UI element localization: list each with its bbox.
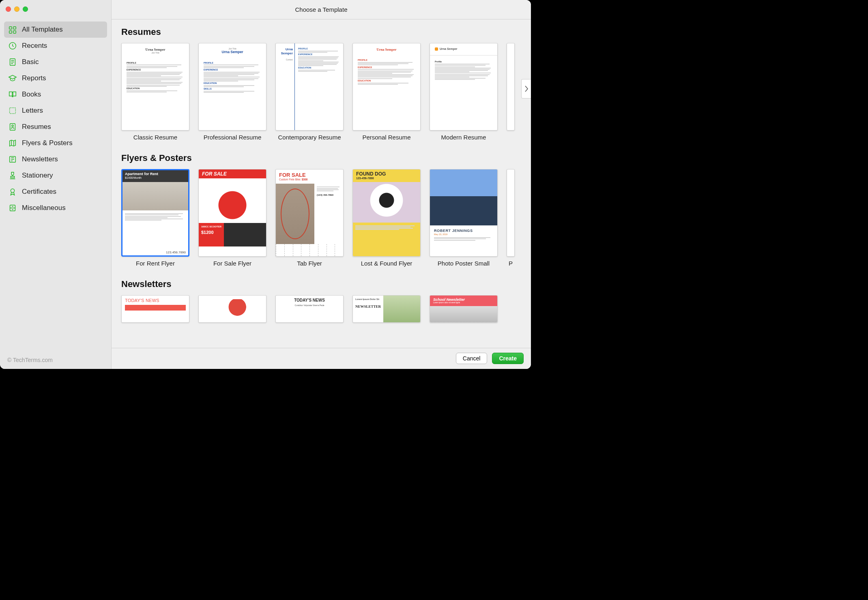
flyer-phone: 123.456.7890 xyxy=(122,249,189,256)
graduation-cap-icon xyxy=(8,74,17,83)
resume-name: Urna Semper xyxy=(440,47,458,51)
template-thumb xyxy=(198,295,266,323)
newsletter-headline: TODAY'S NEWS xyxy=(279,298,340,303)
template-card-professional-resume[interactable]: Job Title Urna Semper PROFILE EXPERIENCE… xyxy=(198,43,266,141)
clock-icon xyxy=(8,41,17,50)
section-newsletters: Newsletters TODAY'S NEWS xyxy=(112,274,531,332)
template-card-newsletter-1[interactable]: TODAY'S NEWS xyxy=(121,295,189,326)
minimize-window-button[interactable] xyxy=(14,6,19,12)
template-row-newsletters: TODAY'S NEWS TODAY'S NEWS xyxy=(112,295,531,326)
ribbon-icon xyxy=(8,187,17,196)
template-row-resumes: Urna Semper Job Title PROFILE EXPERIENCE xyxy=(112,43,531,141)
svg-rect-2 xyxy=(9,31,12,33)
newsletter-headline: NEWSLETTER xyxy=(355,304,381,309)
sidebar-item-certificates[interactable]: Certificates xyxy=(4,184,107,200)
person-card-icon xyxy=(8,122,17,131)
cancel-button[interactable]: Cancel xyxy=(456,353,488,364)
template-card-lost-found-flyer[interactable]: FOUND DOG 123-456-7890 Lost & Found Flye… xyxy=(352,169,421,268)
template-caption: Tab Flyer xyxy=(275,260,344,268)
template-card-contemporary-resume[interactable]: Urna Semper Contact PROFILE EXPERIENCE E… xyxy=(275,43,344,141)
newsletter-subhead: Curabitur Vulputate Viverra Pede xyxy=(279,304,340,306)
sidebar-item-books[interactable]: Books xyxy=(4,86,107,103)
template-card-for-rent-flyer[interactable]: Apartment for Rent $1400/Month 123.456.7… xyxy=(121,169,189,268)
sidebar-item-stationery[interactable]: Stationery xyxy=(4,167,107,184)
template-caption: Classic Resume xyxy=(121,134,189,141)
flyer-headline: FOR SALE xyxy=(279,172,340,178)
sidebar-category-list: All Templates Recents Basic Reports Book… xyxy=(0,21,111,216)
sidebar-item-label: Flyers & Posters xyxy=(22,139,73,147)
sidebar-item-basic[interactable]: Basic xyxy=(4,54,107,70)
template-caption: For Sale Flyer xyxy=(198,260,266,268)
svg-point-8 xyxy=(12,125,13,126)
template-thumb: FOR SALE Custom Fixie Bike: $300 (123) 4… xyxy=(275,169,344,257)
template-card-overflow[interactable] xyxy=(507,43,515,141)
close-window-button[interactable] xyxy=(6,6,11,12)
template-card-for-sale-flyer[interactable]: FOR SALE 100CC SCOOTER $1200 For Sale Fl… xyxy=(198,169,266,268)
section-flyers-posters: Flyers & Posters Apartment for Rent $140… xyxy=(112,148,531,274)
sidebar-item-miscellaneous[interactable]: Miscellaneous xyxy=(4,200,107,216)
stamp-icon xyxy=(8,106,17,115)
template-thumb: ROBERT JENNINGS May 23, 2019 xyxy=(430,169,498,257)
template-caption: Lost & Found Flyer xyxy=(352,260,421,268)
template-caption: Modern Resume xyxy=(430,134,498,141)
zoom-window-button[interactable] xyxy=(23,6,28,12)
template-card-modern-resume[interactable]: Urna Semper Profile Modern Resu xyxy=(430,43,498,141)
template-card-newsletter-3[interactable]: TODAY'S NEWS Curabitur Vulputate Viverra… xyxy=(275,295,344,326)
template-row-flyers: Apartment for Rent $1400/Month 123.456.7… xyxy=(112,169,531,268)
flyer-subhead: May 23, 2019 xyxy=(434,233,493,236)
template-chooser-window: All Templates Recents Basic Reports Book… xyxy=(0,0,531,369)
sidebar-item-label: Recents xyxy=(22,42,47,50)
scroll-right-button[interactable] xyxy=(521,79,531,99)
create-button[interactable]: Create xyxy=(492,353,524,364)
flyer-headline: FOR SALE xyxy=(199,169,266,178)
template-card-tab-flyer[interactable]: FOR SALE Custom Fixie Bike: $300 (123) 4… xyxy=(275,169,344,268)
section-resumes: Resumes Urna Semper Job Title PROFILE EX xyxy=(112,22,531,148)
template-card-newsletter-2[interactable] xyxy=(198,295,266,326)
watermark-text: © TechTerms.com xyxy=(7,357,53,363)
newspaper-icon xyxy=(8,155,17,164)
template-scroll-area[interactable]: Resumes Urna Semper Job Title PROFILE EX xyxy=(112,19,531,369)
template-card-newsletter-5[interactable]: School Newsletter Lorem ipsum dolor sit … xyxy=(430,295,498,326)
sidebar-item-letters[interactable]: Letters xyxy=(4,103,107,119)
sidebar-item-flyers-posters[interactable]: Flyers & Posters xyxy=(4,135,107,151)
template-caption: Personal Resume xyxy=(352,134,421,141)
svg-rect-6 xyxy=(10,108,16,114)
template-card-newsletter-4[interactable]: Lorem Ipsum Dolor Sit NEWSLETTER xyxy=(352,295,421,326)
sidebar-item-label: Resumes xyxy=(22,123,51,131)
sidebar-item-newsletters[interactable]: Newsletters xyxy=(4,151,107,167)
resume-name: Urna Semper xyxy=(358,47,415,51)
template-card-personal-resume[interactable]: Urna Semper PROFILE EXPERIENCE EDUCATION… xyxy=(352,43,421,141)
template-thumb: Urna Semper Contact PROFILE EXPERIENCE E… xyxy=(275,43,344,131)
sidebar-item-label: Miscellaneous xyxy=(22,204,66,212)
sidebar-item-reports[interactable]: Reports xyxy=(4,70,107,86)
template-thumb: Job Title Urna Semper PROFILE EXPERIENCE… xyxy=(198,43,266,131)
template-card-photo-poster-small[interactable]: ROBERT JENNINGS May 23, 2019 Photo Poste… xyxy=(430,169,498,268)
sidebar-item-resumes[interactable]: Resumes xyxy=(4,119,107,135)
template-thumb: FOUND DOG 123-456-7890 xyxy=(352,169,421,257)
chevron-right-icon xyxy=(524,85,529,92)
sidebar-item-label: Stationery xyxy=(22,171,53,180)
template-thumb: Apartment for Rent $1400/Month 123.456.7… xyxy=(121,169,189,257)
sidebar-item-label: Basic xyxy=(22,58,39,66)
template-card-classic-resume[interactable]: Urna Semper Job Title PROFILE EXPERIENCE xyxy=(121,43,189,141)
newsletter-headline: TODAY'S NEWS xyxy=(125,298,186,303)
resume-name: Urna Semper xyxy=(204,50,261,54)
flyer-price: $1200 xyxy=(201,230,221,235)
flyer-headline: FOUND DOG xyxy=(356,171,417,177)
sidebar-item-recents[interactable]: Recents xyxy=(4,38,107,54)
flyer-headline: ROBERT JENNINGS xyxy=(434,229,493,233)
sidebar-item-label: Newsletters xyxy=(22,155,58,163)
section-title: Flyers & Posters xyxy=(112,153,531,169)
sidebar-item-label: All Templates xyxy=(22,26,63,34)
template-thumb: Urna Semper PROFILE EXPERIENCE EDUCATION xyxy=(352,43,421,131)
sidebar-item-all-templates[interactable]: All Templates xyxy=(4,21,107,38)
flyer-subhead: $1400/Month xyxy=(125,176,186,180)
template-card-overflow[interactable]: P xyxy=(507,169,515,268)
sidebar: All Templates Recents Basic Reports Book… xyxy=(0,0,112,369)
flyer-subhead: 100CC SCOOTER xyxy=(201,225,221,228)
svg-rect-1 xyxy=(13,27,16,29)
stamp-tool-icon xyxy=(8,171,17,180)
grid-icon xyxy=(8,25,17,34)
footer-buttons: Cancel Create xyxy=(456,348,531,369)
window-traffic-lights xyxy=(0,4,111,21)
